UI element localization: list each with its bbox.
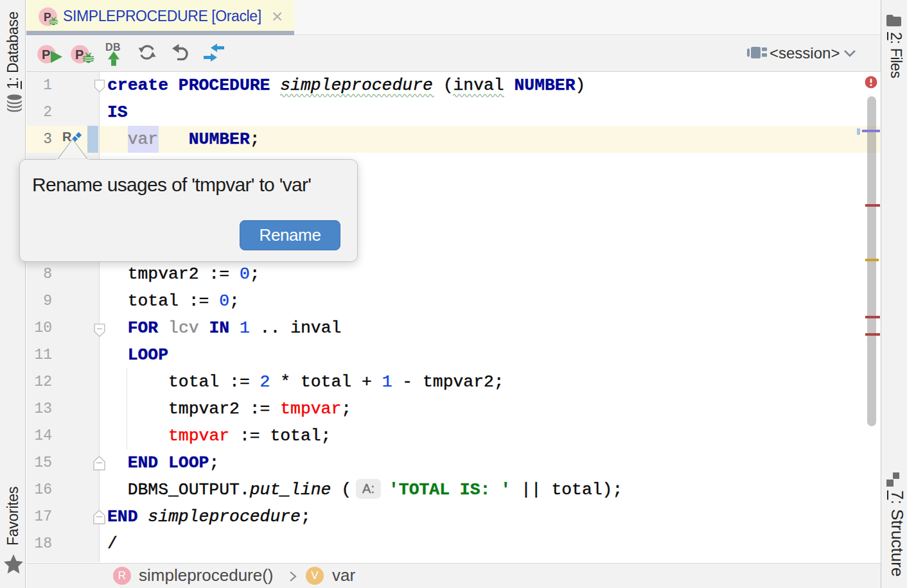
svg-text:P: P — [75, 48, 84, 62]
svg-text:P: P — [42, 48, 50, 62]
